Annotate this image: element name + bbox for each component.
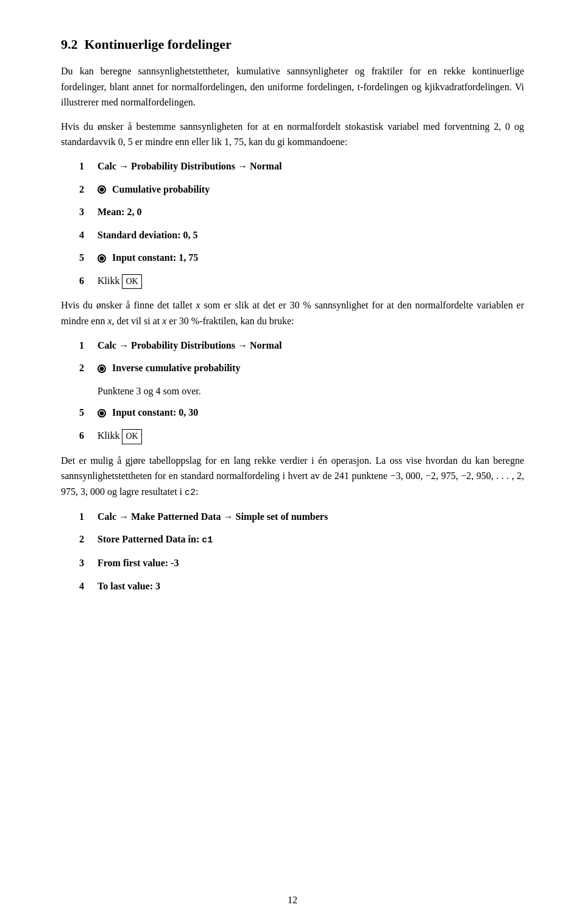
- step-number: 2: [79, 182, 98, 197]
- step-content: Store Patterned Data in: c1: [98, 531, 213, 548]
- list-item: 4 To last value: 3: [79, 578, 524, 594]
- code-c1: c1: [202, 535, 213, 546]
- step-text: Calc → Make Patterned Data → Simple set …: [98, 511, 328, 522]
- inline-note: Punktene 3 og 4 som over.: [98, 386, 201, 396]
- step-text: Standard deviation: 0, 5: [98, 230, 197, 240]
- list-item: Punktene 3 og 4 som over.: [98, 383, 524, 399]
- step-number: 6: [79, 428, 98, 444]
- step-content: Calc → Probability Distributions → Norma…: [98, 338, 282, 354]
- step-list-3: 1 Calc → Make Patterned Data → Simple se…: [79, 509, 524, 594]
- paragraph2: Hvis du ønsker å bestemme sannsynlighete…: [61, 119, 524, 150]
- step-content: Klikk OK: [98, 273, 142, 290]
- step-number: 2: [79, 360, 98, 376]
- step-text: Inverse cumulative probability: [112, 363, 240, 373]
- code-c2: c2: [185, 488, 196, 498]
- step-content: Klikk OK: [98, 428, 142, 444]
- radio-icon: [98, 254, 106, 263]
- list-item: 6 Klikk OK: [79, 428, 524, 444]
- step-number: 3: [79, 204, 98, 220]
- klikk-label: Klikk: [98, 275, 122, 286]
- step-number: 6: [79, 273, 98, 289]
- step-list-1: 1 Calc → Probability Distributions → Nor…: [79, 158, 524, 289]
- step-text: Cumulative probability: [112, 184, 210, 194]
- list-item: 4 Standard deviation: 0, 5: [79, 227, 524, 243]
- step-text: To last value: 3: [98, 581, 160, 591]
- step-text: Input constant: 0, 30: [112, 407, 198, 418]
- step-content: Standard deviation: 0, 5: [98, 227, 197, 243]
- radio-icon: [98, 364, 106, 373]
- step-number: 1: [79, 509, 98, 525]
- paragraph1: Du kan beregne sannsynlighetstettheter, …: [61, 63, 524, 110]
- radio-icon: [98, 409, 106, 418]
- list-item: 2 Store Patterned Data in: c1: [79, 531, 524, 548]
- list-item: 1 Calc → Make Patterned Data → Simple se…: [79, 509, 524, 525]
- step-number: 3: [79, 555, 98, 571]
- step-content: Input constant: 0, 30: [98, 405, 198, 421]
- step-number: 4: [79, 227, 98, 243]
- page-number: 12: [288, 895, 297, 905]
- step-number: 1: [79, 338, 98, 354]
- step-number: 2: [79, 531, 98, 547]
- step-number: 1: [79, 158, 98, 174]
- ok-button-box: OK: [122, 274, 141, 289]
- list-item: 5 Input constant: 1, 75: [79, 250, 524, 266]
- radio-icon: [98, 185, 106, 194]
- step-text: Calc → Probability Distributions → Norma…: [98, 161, 282, 171]
- list-item: 3 From first value: -3: [79, 555, 524, 571]
- step-content: Punktene 3 og 4 som over.: [98, 383, 201, 399]
- list-item: 1 Calc → Probability Distributions → Nor…: [79, 338, 524, 354]
- list-item: 5 Input constant: 0, 30: [79, 405, 524, 421]
- step-content: Input constant: 1, 75: [98, 250, 198, 266]
- step-number: 4: [79, 578, 98, 594]
- step-content: Calc → Probability Distributions → Norma…: [98, 158, 282, 174]
- step-content: To last value: 3: [98, 578, 160, 594]
- step-number: 5: [79, 405, 98, 421]
- step-content: Inverse cumulative probability: [98, 360, 240, 376]
- list-item: 2 Cumulative probability: [79, 182, 524, 197]
- list-item: 6 Klikk OK: [79, 273, 524, 290]
- paragraph4: Det er mulig å gjøre tabelloppslag for e…: [61, 453, 524, 500]
- step-text: Input constant: 1, 75: [112, 252, 198, 263]
- step-content: Mean: 2, 0: [98, 204, 141, 220]
- step-text: From first value: -3: [98, 558, 179, 568]
- step-number: 5: [79, 250, 98, 266]
- ok-button-box: OK: [122, 429, 141, 444]
- step-content: From first value: -3: [98, 555, 179, 571]
- step-text: Mean: 2, 0: [98, 207, 141, 217]
- paragraph3: Hvis du ønsker å finne det tallet x som …: [61, 297, 524, 329]
- step-list-2: 1 Calc → Probability Distributions → Nor…: [79, 338, 524, 444]
- section-title: 9.2 Kontinuerlige fordelinger: [61, 37, 524, 52]
- step-content: Cumulative probability: [98, 182, 210, 197]
- list-item: 2 Inverse cumulative probability: [79, 360, 524, 376]
- step-text: Store Patterned Data in: c1: [98, 534, 213, 544]
- step-text: Calc → Probability Distributions → Norma…: [98, 340, 282, 350]
- step-content: Calc → Make Patterned Data → Simple set …: [98, 509, 328, 525]
- list-item: 1 Calc → Probability Distributions → Nor…: [79, 158, 524, 174]
- page-content: 9.2 Kontinuerlige fordelinger Du kan ber…: [0, 0, 585, 883]
- klikk-label: Klikk: [98, 430, 122, 441]
- list-item: 3 Mean: 2, 0: [79, 204, 524, 220]
- page-footer: 12: [0, 883, 585, 924]
